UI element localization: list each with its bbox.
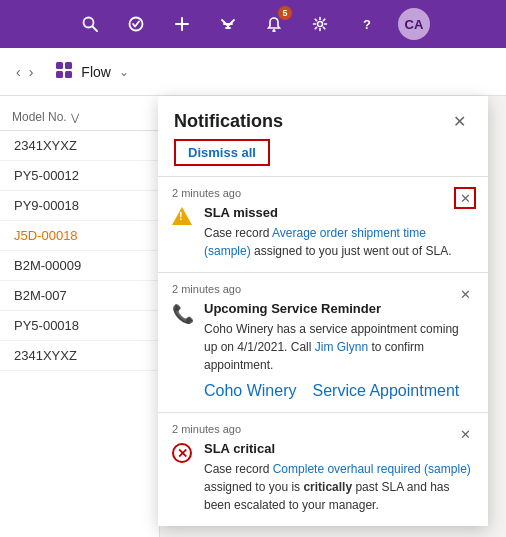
notifications-icon[interactable]: 5	[260, 10, 288, 38]
sort-icon[interactable]: ⋁	[71, 112, 79, 123]
notif-bold: critically	[303, 480, 352, 494]
help-icon[interactable]: ?	[352, 10, 380, 38]
notification-badge: 5	[278, 6, 292, 20]
notification-item-sla-critical: 2 minutes ago ✕ SLA critical Case record…	[158, 412, 488, 526]
notification-item-service-reminder: 2 minutes ago 📞 Upcoming Service Reminde…	[158, 272, 488, 412]
notif-body: SLA missed Case record Average order shi…	[172, 205, 474, 260]
filter-icon[interactable]	[214, 10, 242, 38]
search-icon[interactable]	[76, 10, 104, 38]
notif-link-service-appointment[interactable]: Service Appointment	[312, 382, 459, 400]
notif-time: 2 minutes ago	[172, 283, 474, 295]
svg-point-8	[318, 22, 323, 27]
settings-icon[interactable]	[306, 10, 334, 38]
notifications-close-icon[interactable]: ✕	[447, 110, 472, 133]
flow-label: Flow	[81, 64, 111, 80]
svg-text:?: ?	[363, 17, 371, 32]
phone-icon: 📞	[172, 303, 194, 325]
flow-brand-icon	[55, 61, 73, 83]
down-chevron-icon[interactable]: ›	[29, 64, 34, 80]
notif-time: 2 minutes ago	[172, 423, 474, 435]
notif-item-title: SLA missed	[204, 205, 474, 220]
svg-rect-12	[56, 71, 63, 78]
add-icon[interactable]	[168, 10, 196, 38]
list-item[interactable]: PY9-00018	[0, 191, 159, 221]
notif-content: Upcoming Service Reminder Coho Winery ha…	[204, 301, 474, 400]
list-item[interactable]: PY5-00012	[0, 161, 159, 191]
tasks-icon[interactable]	[122, 10, 150, 38]
notifications-title: Notifications	[174, 111, 283, 132]
flow-bar: ‹ › Flow ⌄	[0, 48, 506, 96]
avatar[interactable]: CA	[398, 8, 430, 40]
notifications-header: Notifications ✕	[158, 96, 488, 139]
notif-content: SLA critical Case record Complete overha…	[204, 441, 474, 514]
notifications-list: 2 minutes ago SLA missed Case record Ave…	[158, 176, 488, 526]
back-chevron-icon[interactable]: ‹	[16, 64, 21, 80]
list-item[interactable]: B2M-00009	[0, 251, 159, 281]
critical-icon: ✕	[172, 443, 194, 463]
svg-rect-13	[65, 71, 72, 78]
notif-item-text: Coho Winery has a service appointment co…	[204, 320, 474, 374]
notif-item-title: Upcoming Service Reminder	[204, 301, 474, 316]
notification-close-icon[interactable]: ✕	[454, 423, 476, 445]
warning-triangle-icon	[172, 207, 194, 229]
notif-link-overhaul[interactable]: Complete overhaul required (sample)	[273, 462, 471, 476]
dismiss-all-button[interactable]: Dismiss all	[174, 139, 270, 166]
notification-item-sla-missed: 2 minutes ago SLA missed Case record Ave…	[158, 176, 488, 272]
content-area: Model No. ⋁ 2341XYXZ PY5-00012 PY9-00018…	[0, 96, 506, 537]
notif-link-coho-winery[interactable]: Coho Winery	[204, 382, 296, 400]
notif-link-jim[interactable]: Jim Glynn	[315, 340, 368, 354]
list-panel: Model No. ⋁ 2341XYXZ PY5-00012 PY9-00018…	[0, 96, 160, 537]
svg-rect-11	[65, 62, 72, 69]
list-item[interactable]: 2341XYXZ	[0, 131, 159, 161]
notif-links: Coho Winery Service Appointment	[204, 382, 474, 400]
flow-dropdown-chevron-icon[interactable]: ⌄	[119, 65, 129, 79]
notification-close-icon[interactable]: ✕	[454, 187, 476, 209]
list-item[interactable]: B2M-007	[0, 281, 159, 311]
list-column-header: Model No. ⋁	[0, 104, 159, 131]
svg-rect-10	[56, 62, 63, 69]
notif-item-text: Case record Average order shipment time …	[204, 224, 474, 260]
notif-body: 📞 Upcoming Service Reminder Coho Winery …	[172, 301, 474, 400]
notif-body: ✕ SLA critical Case record Complete over…	[172, 441, 474, 514]
notif-item-title: SLA critical	[204, 441, 474, 456]
list-item[interactable]: J5D-00018	[0, 221, 159, 251]
notif-content: SLA missed Case record Average order shi…	[204, 205, 474, 260]
notification-close-icon[interactable]: ✕	[454, 283, 476, 305]
notif-time: 2 minutes ago	[172, 187, 474, 199]
top-nav: 5 ? CA	[0, 0, 506, 48]
svg-line-1	[93, 27, 98, 32]
list-item[interactable]: 2341XYXZ	[0, 341, 159, 371]
notif-item-text: Case record Complete overhaul required (…	[204, 460, 474, 514]
notifications-panel: Notifications ✕ Dismiss all 2 minutes ag…	[158, 96, 488, 526]
list-item[interactable]: PY5-00018	[0, 311, 159, 341]
